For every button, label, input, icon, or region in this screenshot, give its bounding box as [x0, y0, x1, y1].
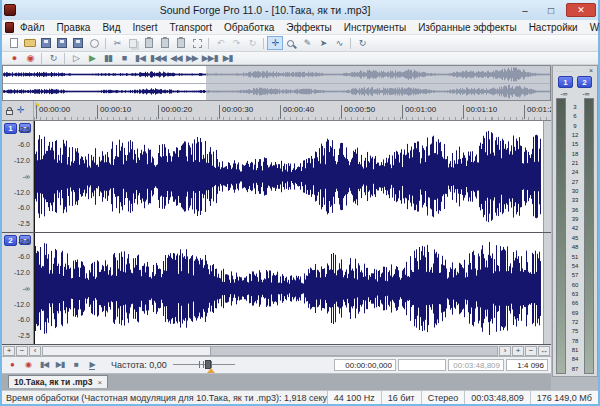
loop-playback-button[interactable]: ↻ — [45, 53, 61, 64]
play-all-button[interactable]: ▷ — [68, 53, 84, 64]
menu-item-10[interactable]: Window — [584, 22, 600, 33]
menu-item-1[interactable]: Правка — [51, 22, 97, 33]
pencil-tool-button[interactable]: ✎ — [299, 36, 315, 50]
vertical-scrollbar[interactable] — [543, 233, 551, 344]
menu-item-6[interactable]: Эффекты — [280, 22, 337, 33]
lock-icon[interactable] — [6, 110, 13, 115]
channel-2-button[interactable]: 2 — [4, 235, 17, 246]
vertical-scrollbar[interactable] — [543, 121, 551, 232]
title-bar[interactable]: Sound Forge Pro 11.0 - [10.Така, як ти .… — [2, 0, 598, 20]
meter-channel-2-button[interactable]: 2 — [577, 76, 592, 88]
meter-tick-label: 66 — [572, 300, 579, 306]
paste-to-new-button[interactable] — [173, 36, 189, 50]
go-to-end-button[interactable]: ▶▮ — [220, 53, 236, 64]
zoom-ratio-field[interactable]: 1:4 096 — [506, 359, 548, 371]
mini-go-to-end-button[interactable]: ▶▮ — [53, 359, 67, 372]
horizontal-scrollbar[interactable] — [42, 346, 498, 356]
meters-drag-handle[interactable]: ······ × — [553, 66, 597, 75]
meters-close-icon[interactable]: × — [589, 68, 594, 74]
time-ruler[interactable]: 00:00:0000:00:1000:00:2000:00:3000:00:40… — [34, 101, 551, 120]
go-to-start-button[interactable]: ▮◀ — [132, 53, 148, 64]
play-button[interactable]: ▶ — [84, 53, 100, 64]
menu-item-2[interactable]: Вид — [96, 22, 126, 33]
mini-play-normal-button[interactable]: ▶ — [85, 359, 99, 372]
edit-tool-icon[interactable]: ✛ — [17, 106, 25, 115]
channel-1-waveform[interactable] — [34, 121, 543, 232]
status-cell-0: 44 100 Hz — [327, 391, 381, 404]
menu-item-5[interactable]: Обработка — [218, 22, 280, 33]
frequency-label: Частота: 0,00 — [111, 360, 167, 370]
level-meter-1 — [556, 98, 566, 374]
scrollbar-thumb[interactable] — [43, 347, 211, 355]
menu-item-0[interactable]: Файл — [14, 22, 51, 33]
save-all-button[interactable] — [70, 36, 86, 50]
menu-item-4[interactable]: Transport — [163, 22, 217, 33]
go-to-end-icon: ▶▮ — [223, 54, 233, 63]
copy-button[interactable] — [125, 36, 141, 50]
paste-to-new-icon — [177, 38, 185, 48]
status-cell-1: 16 бит — [381, 391, 421, 404]
cut-button[interactable]: ✂ — [109, 36, 125, 50]
tab-close-icon[interactable]: × — [97, 378, 102, 387]
frequency-slider[interactable] — [173, 359, 235, 372]
meter-tick-label: 42 — [572, 225, 579, 231]
pause-icon: ▮▮ — [104, 54, 112, 63]
zoom-out-button[interactable]: − — [525, 346, 537, 356]
record-button[interactable]: ● — [6, 53, 22, 64]
pause-button[interactable]: ▮▮ — [100, 53, 116, 64]
save-file-button[interactable] — [38, 36, 54, 50]
envelope-tool-button[interactable]: ∿ — [331, 36, 347, 50]
rewind-button[interactable]: ◀◀ — [168, 53, 184, 64]
menu-item-8[interactable]: Избранные эффекты — [412, 22, 522, 33]
close-button[interactable]: ✕ — [566, 3, 596, 17]
ruler-tick: 00:00:20 — [158, 105, 192, 119]
mini-go-to-start-button[interactable]: ▮◀ — [37, 359, 51, 372]
meter-tick-label: 54 — [572, 263, 579, 269]
menu-bar: ФайлПравкаВидInsertTransportОбработкаЭфф… — [2, 20, 598, 35]
total-length-field[interactable]: 00:03:48,809 — [448, 359, 504, 371]
overview-waveform[interactable] — [3, 66, 550, 100]
previous-marker-button[interactable]: ▮◀◀ — [148, 53, 168, 64]
record-remote-button[interactable]: ◉ — [22, 53, 38, 64]
scroll-right-button[interactable]: › — [499, 346, 511, 356]
refresh-button[interactable]: ↻ — [354, 36, 370, 50]
zoom-out-time-button[interactable]: − — [16, 346, 28, 356]
trim-crop-button[interactable] — [189, 36, 205, 50]
edit-tool-button[interactable]: ✛ — [267, 36, 283, 50]
zoom-in-button[interactable]: + — [512, 346, 524, 356]
forward-button[interactable]: ▶▶ — [184, 53, 200, 64]
menu-item-9[interactable]: Настройки — [523, 22, 584, 33]
undo-button[interactable]: ↶ — [212, 36, 228, 50]
save-as-button[interactable] — [54, 36, 70, 50]
maximize-button[interactable]: □ — [540, 3, 562, 17]
mini-record-remote-button[interactable]: ◉ — [21, 359, 35, 372]
magnify-tool-button[interactable] — [283, 36, 299, 50]
paste-button[interactable] — [141, 36, 157, 50]
stop-button[interactable]: ■ — [116, 53, 132, 64]
menu-item-7[interactable]: Инструменты — [338, 22, 412, 33]
minimize-button[interactable]: – — [514, 3, 536, 17]
meter-tick-label: 51 — [572, 254, 579, 260]
selection-length-field[interactable] — [398, 359, 446, 371]
mini-stop-button[interactable]: ■ — [69, 359, 83, 372]
zoom-in-time-button[interactable]: + — [3, 346, 15, 356]
paste-special-button[interactable] — [157, 36, 173, 50]
extract-audio-button[interactable] — [86, 36, 102, 50]
repeat-button[interactable]: ↻ — [244, 36, 260, 50]
cursor-position-field[interactable]: 00:00:00,000 — [334, 359, 396, 371]
channel-2-waveform[interactable] — [34, 233, 543, 344]
overview-bar[interactable] — [2, 65, 551, 101]
scroll-left-button[interactable]: ‹ — [29, 346, 41, 356]
channel-1-button[interactable]: 1 — [4, 123, 17, 134]
file-tab[interactable]: 10.Така, як ти .mp3 × — [8, 375, 108, 388]
new-file-button[interactable] — [6, 36, 22, 50]
next-marker-button[interactable]: ▶▶▮ — [200, 53, 220, 64]
open-file-button[interactable] — [22, 36, 38, 50]
smart-tool-button[interactable]: ➤ — [315, 36, 331, 50]
redo-button[interactable]: ↷ — [228, 36, 244, 50]
mini-record-button[interactable]: ● — [5, 359, 19, 372]
meter-tick-label: 21 — [572, 160, 579, 166]
meter-channel-1-button[interactable]: 1 — [558, 76, 573, 88]
zoom-fit-button[interactable]: ↔ — [538, 346, 550, 356]
menu-item-3[interactable]: Insert — [126, 22, 163, 33]
